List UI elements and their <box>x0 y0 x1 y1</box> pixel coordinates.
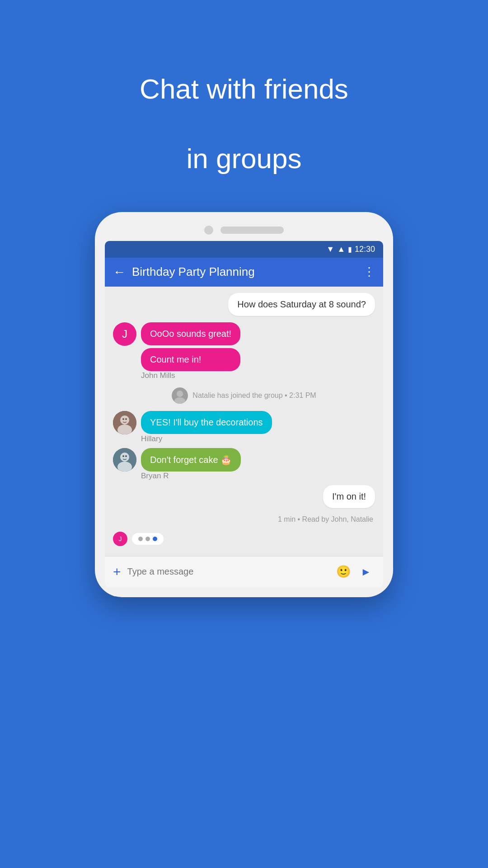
svg-point-5 <box>122 418 124 420</box>
bryan-sender-name: Bryan R <box>141 472 375 481</box>
hillary-bubble: YES! I'll buy the decorations <box>141 411 272 434</box>
more-options-button[interactable]: ⋮ <box>363 265 375 279</box>
svg-point-1 <box>174 397 185 404</box>
john-message-group: J OoOo sounds great! Count me in! <box>113 322 375 371</box>
header-line2: in groups <box>140 142 348 175</box>
signal-icon: ▲ <box>337 245 345 254</box>
svg-point-0 <box>177 391 183 397</box>
hillary-message: YES! I'll buy the decorations <box>113 411 375 434</box>
svg-point-6 <box>125 418 127 420</box>
read-receipt: 1 min • Read by John, Natalie <box>113 515 375 524</box>
app-bar: ← Birthday Party Planning ⋮ <box>105 258 383 287</box>
dot-3 <box>153 537 157 541</box>
phone-frame: ▼ ▲ ▮ 12:30 ← Birthday Party Planning ⋮ … <box>95 212 393 597</box>
bryan-bubbles: Don't forget cake 🎂 <box>141 448 241 472</box>
chat-title: Birthday Party Planning <box>132 265 357 279</box>
svg-point-11 <box>125 455 127 457</box>
bubble-outgoing-2: I'm on it! <box>323 485 375 508</box>
typing-indicator: J <box>113 528 375 550</box>
speaker-grille <box>221 226 284 234</box>
svg-point-3 <box>120 415 129 425</box>
john-bubble-1: OoOo sounds great! <box>141 322 240 345</box>
front-camera <box>204 226 213 235</box>
hillary-bubbles: YES! I'll buy the decorations <box>141 411 272 434</box>
back-button[interactable]: ← <box>113 265 126 279</box>
input-bar: + 🙂 ► <box>105 556 383 587</box>
svg-point-8 <box>120 453 129 462</box>
john-bubbles: OoOo sounds great! Count me in! <box>141 322 240 371</box>
john-sender-name: John Mills <box>141 371 375 380</box>
dot-2 <box>145 537 150 541</box>
chat-area: How does Saturday at 8 sound? J OoOo sou… <box>105 287 383 556</box>
hillary-message-group: YES! I'll buy the decorations Hillary <box>113 411 375 443</box>
typing-avatar: J <box>113 532 127 546</box>
natalie-join-avatar <box>172 387 188 404</box>
bryan-message: Don't forget cake 🎂 <box>113 448 375 472</box>
message-1: How does Saturday at 8 sound? <box>113 293 375 316</box>
message-2-group: J OoOo sounds great! Count me in! John M… <box>113 322 375 380</box>
send-button[interactable]: ► <box>357 563 375 581</box>
page-header: Chat with friends in groups <box>140 36 348 176</box>
system-text: Natalie has joined the group • 2:31 PM <box>192 392 316 400</box>
message-6: I'm on it! <box>113 485 375 508</box>
phone-screen: ▼ ▲ ▮ 12:30 ← Birthday Party Planning ⋮ … <box>105 241 383 587</box>
bubble-outgoing-1: How does Saturday at 8 sound? <box>228 293 375 316</box>
typing-dots <box>132 533 164 545</box>
attach-button[interactable]: + <box>113 564 121 580</box>
natalie-avatar-inner <box>172 387 188 404</box>
system-message: Natalie has joined the group • 2:31 PM <box>113 387 375 404</box>
john-bubble-2: Count me in! <box>141 348 240 371</box>
svg-point-10 <box>122 455 124 457</box>
message-input[interactable] <box>127 566 330 577</box>
john-avatar: J <box>113 322 136 346</box>
header-line1: Chat with friends <box>140 72 348 106</box>
status-icons: ▼ ▲ ▮ 12:30 <box>326 245 375 254</box>
hillary-avatar <box>113 411 136 434</box>
bryan-avatar <box>113 448 136 472</box>
dot-1 <box>138 537 143 541</box>
status-bar: ▼ ▲ ▮ 12:30 <box>105 241 383 258</box>
battery-icon: ▮ <box>348 245 352 254</box>
emoji-button[interactable]: 🙂 <box>336 565 351 579</box>
hillary-sender-name: Hillary <box>141 434 375 443</box>
wifi-icon: ▼ <box>326 245 334 254</box>
phone-notch <box>105 226 383 235</box>
bryan-bubble: Don't forget cake 🎂 <box>141 448 241 472</box>
send-icon: ► <box>361 566 371 578</box>
bryan-message-group: Don't forget cake 🎂 Bryan R <box>113 448 375 481</box>
status-time: 12:30 <box>355 245 375 254</box>
